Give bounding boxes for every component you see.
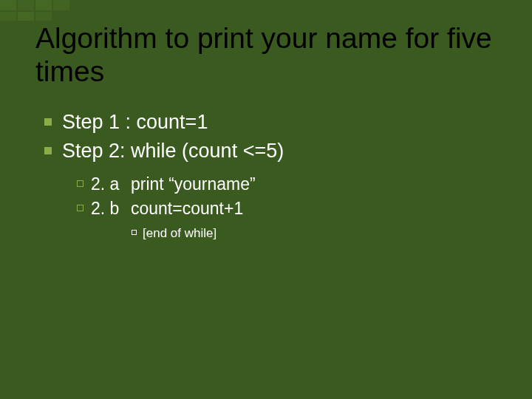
substep-label: 2. a (91, 173, 131, 196)
hollow-square-bullet-icon (77, 180, 83, 187)
step-text: Step 2: while (count <=5) (62, 138, 284, 164)
hollow-square-bullet-icon (77, 205, 83, 211)
subsubstep-item: [end of while] (132, 225, 502, 242)
slide-title: Algorithm to print your name for five ti… (35, 22, 502, 89)
corner-decoration (0, 0, 133, 21)
subsubstep-text: [end of while] (143, 225, 216, 242)
substep-item: 2. b count=count+1 (77, 197, 502, 220)
step-item: Step 1 : count=1 (44, 109, 502, 135)
substep-item: 2. a print “yourname” (77, 173, 502, 196)
substep-text: print “yourname” (131, 173, 256, 196)
substep-label: 2. b (91, 197, 131, 220)
square-bullet-icon (44, 118, 52, 126)
slide-body: Step 1 : count=1 Step 2: while (count <=… (44, 109, 502, 242)
step-item: Step 2: while (count <=5) (44, 138, 502, 164)
substep-text: count=count+1 (131, 197, 243, 220)
step-text: Step 1 : count=1 (62, 109, 208, 135)
square-bullet-icon (44, 147, 52, 154)
hollow-square-bullet-icon (132, 230, 137, 235)
